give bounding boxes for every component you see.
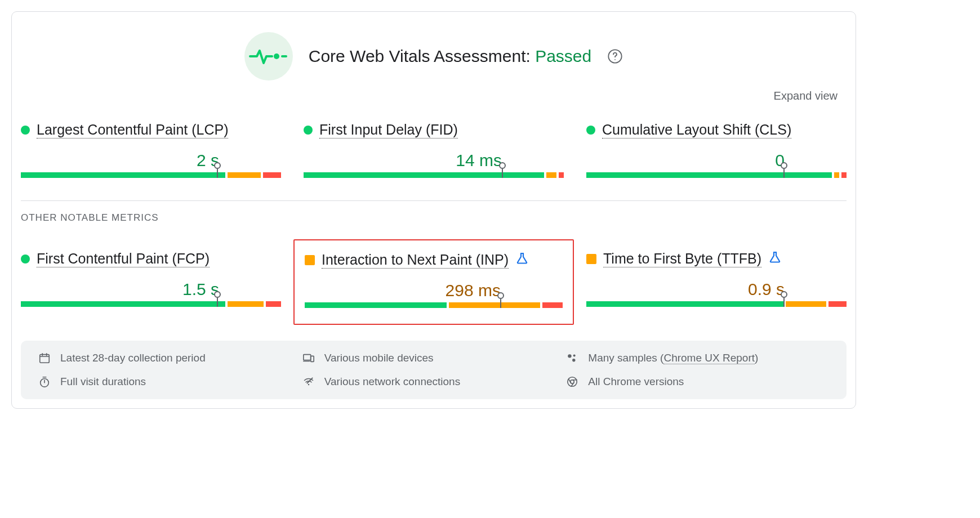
svg-rect-6 <box>310 356 314 361</box>
expand-view-link[interactable]: Expand view <box>774 90 838 102</box>
metric-title-row: Time to First Byte (TTFB) <box>586 251 847 267</box>
svg-point-0 <box>274 53 279 59</box>
metric-value-fcp: 1.5 s <box>21 280 281 299</box>
metric-name-inp[interactable]: Interaction to Next Paint (INP) <box>322 252 509 269</box>
metric-name-ttfb[interactable]: Time to First Byte (TTFB) <box>603 251 761 267</box>
footer-item: Various mobile devices <box>302 352 566 364</box>
metric-value-ttfb: 0.9 s <box>586 280 847 299</box>
metric-gauge-ttfb <box>586 301 847 307</box>
gauge-marker <box>497 162 507 178</box>
metric-fcp: First Contentful Paint (FCP) 1.5 s <box>21 251 281 309</box>
gauge-marker <box>212 162 222 178</box>
footer-link[interactable]: Chrome UX Report <box>663 352 755 364</box>
status-indicator-warn <box>305 255 315 265</box>
footer-text: Various network connections <box>324 376 461 387</box>
metric-title-row: Largest Contentful Paint (LCP) <box>21 122 281 139</box>
metric-gauge-lcp <box>21 172 281 178</box>
metric-value-cls: 0 <box>586 151 847 170</box>
svg-rect-5 <box>303 355 310 360</box>
cwv-title-prefix: Core Web Vitals Assessment: <box>309 47 535 65</box>
network-icon <box>302 376 315 387</box>
metric-ttfb: Time to First Byte (TTFB) 0.9 s <box>586 251 847 309</box>
svg-point-9 <box>572 359 576 362</box>
help-icon[interactable] <box>607 48 623 64</box>
gauge-marker <box>779 162 789 178</box>
svg-point-7 <box>568 354 572 358</box>
flask-icon[interactable] <box>768 251 782 267</box>
highlight-box: Interaction to Next Paint (INP) 298 ms <box>293 239 574 325</box>
core-metrics-section: Largest Contentful Paint (LCP) 2 s First… <box>12 102 856 200</box>
metric-value-lcp: 2 s <box>21 151 281 170</box>
cwv-header: Core Web Vitals Assessment: Passed Expan… <box>12 12 856 102</box>
gauge-marker <box>212 291 222 307</box>
metric-gauge-inp <box>305 302 563 308</box>
metric-cls: Cumulative Layout Shift (CLS) 0 <box>586 122 847 178</box>
gauge-marker <box>779 291 789 307</box>
metric-name-fcp[interactable]: First Contentful Paint (FCP) <box>37 251 210 267</box>
metric-title-row: First Contentful Paint (FCP) <box>21 251 281 267</box>
svg-point-8 <box>573 354 576 356</box>
metric-name-lcp[interactable]: Largest Contentful Paint (LCP) <box>37 122 228 139</box>
footer-text: Latest 28-day collection period <box>60 352 206 364</box>
svg-point-11 <box>308 384 309 386</box>
svg-rect-4 <box>40 355 50 363</box>
core-web-vitals-card: Core Web Vitals Assessment: Passed Expan… <box>11 11 856 409</box>
metric-fid: First Input Delay (FID) 14 ms <box>304 122 564 178</box>
footer-item: Latest 28-day collection period <box>38 352 302 364</box>
footer-text-suffix: ) <box>755 352 758 364</box>
devices-icon <box>302 352 315 364</box>
metric-lcp: Largest Contentful Paint (LCP) 2 s <box>21 122 281 178</box>
svg-point-3 <box>614 59 616 60</box>
cwv-status: Passed <box>535 47 591 65</box>
footer-item: Various network connections <box>302 376 566 388</box>
status-indicator-good <box>304 126 313 135</box>
gauge-marker <box>496 292 506 308</box>
footer-text: Full visit durations <box>60 376 146 387</box>
metric-value-inp: 298 ms <box>305 281 563 300</box>
svg-rect-1 <box>281 55 287 57</box>
status-indicator-good <box>586 126 595 135</box>
footer-item: Many samples (Chrome UX Report) <box>565 352 830 364</box>
footer-item: Full visit durations <box>38 376 302 388</box>
metric-inp: Interaction to Next Paint (INP) 298 ms <box>304 251 564 309</box>
other-notable-label: OTHER NOTABLE METRICS <box>12 201 856 224</box>
metric-value-fid: 14 ms <box>304 151 564 170</box>
cwv-title: Core Web Vitals Assessment: Passed <box>309 47 591 66</box>
calendar-icon <box>38 352 51 364</box>
pulse-icon <box>244 32 293 81</box>
dots-icon <box>565 352 579 364</box>
flask-icon[interactable] <box>515 252 529 269</box>
footer-text: Various mobile devices <box>324 352 434 364</box>
metric-gauge-fid <box>304 172 564 178</box>
chrome-icon <box>565 376 579 388</box>
footer-item: All Chrome versions <box>565 376 830 388</box>
metric-name-cls[interactable]: Cumulative Layout Shift (CLS) <box>602 122 791 139</box>
metric-gauge-cls <box>586 172 847 178</box>
metric-name-fid[interactable]: First Input Delay (FID) <box>319 122 458 139</box>
status-indicator-warn <box>586 254 596 264</box>
metric-title-row: Interaction to Next Paint (INP) <box>305 252 563 269</box>
footer-text: All Chrome versions <box>588 376 684 387</box>
status-indicator-good <box>21 126 30 135</box>
metric-gauge-fcp <box>21 301 281 307</box>
metric-title-row: Cumulative Layout Shift (CLS) <box>586 122 847 139</box>
timer-icon <box>38 376 51 388</box>
footer-info: Latest 28-day collection period Various … <box>21 341 847 399</box>
status-indicator-good <box>21 254 30 264</box>
metric-title-row: First Input Delay (FID) <box>304 122 564 139</box>
other-metrics-section: First Contentful Paint (FCP) 1.5 s Inter… <box>12 224 856 332</box>
footer-text: Many samples ( <box>588 352 663 364</box>
